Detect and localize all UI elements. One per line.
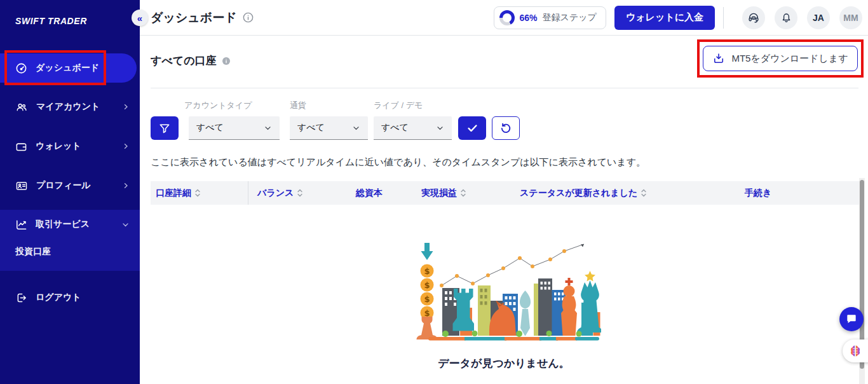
- info-icon[interactable]: [221, 56, 231, 66]
- info-icon[interactable]: [242, 11, 254, 24]
- sidebar-item-logout[interactable]: ログアウト: [0, 283, 140, 312]
- empty-state: $ $ $ $: [140, 240, 868, 371]
- svg-text:$: $: [424, 280, 430, 290]
- section-title: すべての口座: [151, 53, 217, 68]
- column-label: 口座詳細: [156, 188, 191, 199]
- filter-label-currency: 通貨: [290, 100, 306, 111]
- sidebar-item-label: ウォレット: [36, 141, 81, 152]
- realtime-note: ここに表示されている値はすべてリアルタイムに近い値であり、そのタイムスタンプは以…: [151, 156, 646, 168]
- page-title: ダッシュボード: [151, 10, 237, 26]
- sidebar-item-investment-account[interactable]: 投資口座: [0, 239, 140, 264]
- account-type-select[interactable]: すべて: [189, 116, 280, 140]
- language-badge: JA: [813, 13, 824, 23]
- reset-filters-button[interactable]: [492, 116, 520, 140]
- brand-logo: SWIFT TRADER: [15, 16, 87, 26]
- column-label: 手続き: [745, 188, 771, 199]
- column-header-realized-pnl[interactable]: 実現損益: [421, 181, 466, 205]
- chevron-right-icon: [122, 182, 130, 189]
- chevron-down-icon: [352, 124, 360, 132]
- chevron-right-icon: [122, 103, 130, 111]
- sidebar-item-label: ログアウト: [36, 292, 81, 303]
- sidebar-item-label: マイアカウント: [36, 101, 100, 113]
- empty-state-illustration: $ $ $ $: [407, 240, 601, 352]
- sidebar-item-trading-services[interactable]: 取引サービス: [0, 210, 140, 239]
- topbar-right-group: 66% 登録ステップ ウォレットに入金 JA MM: [494, 6, 862, 30]
- sidebar-item-label: 投資口座: [15, 246, 51, 257]
- svg-text:$: $: [424, 266, 430, 276]
- chevron-right-icon: [122, 142, 130, 150]
- sidebar-item-wallet[interactable]: ウォレット: [0, 132, 140, 161]
- column-divider: [248, 181, 248, 205]
- column-header-account-details[interactable]: 口座詳細: [156, 181, 201, 205]
- apply-filters-button[interactable]: [458, 116, 486, 140]
- chevron-down-icon: [436, 124, 444, 132]
- avatar[interactable]: MM: [839, 6, 862, 29]
- sidebar-item-my-account[interactable]: マイアカウント: [0, 92, 140, 121]
- account-type-value: すべて: [196, 122, 224, 134]
- column-header-balance[interactable]: バランス: [257, 181, 303, 205]
- brain-icon: [848, 344, 862, 358]
- progress-percent: 66%: [520, 13, 538, 23]
- progress-donut: [499, 10, 515, 25]
- sidebar-collapse-button[interactable]: «: [132, 10, 148, 26]
- sidebar-item-profile[interactable]: プロフィール: [0, 171, 140, 200]
- logout-icon: [15, 292, 27, 304]
- notifications-button[interactable]: [775, 6, 797, 29]
- deposit-wallet-button[interactable]: ウォレットに入金: [614, 6, 715, 30]
- live-demo-value: すべて: [381, 122, 409, 134]
- main-content: すべての口座 MT5をダウンロードします アカウントタイプ 通貨 ライブ / デ…: [140, 36, 868, 384]
- filter-button[interactable]: [151, 116, 179, 140]
- sidebar-item-dashboard[interactable]: ダッシュボード: [0, 53, 137, 83]
- column-label: 実現損益: [421, 188, 457, 199]
- currency-select[interactable]: すべて: [290, 116, 368, 140]
- registration-progress[interactable]: 66% 登録ステップ: [494, 6, 606, 29]
- support-button[interactable]: [742, 6, 765, 29]
- topbar-divider: [723, 7, 724, 29]
- annotation-box-mt5: MT5をダウンロードします: [697, 39, 864, 78]
- funnel-icon: [158, 122, 171, 135]
- sort-icon: [194, 188, 201, 198]
- column-label: ステータスが更新されました: [520, 188, 637, 199]
- avatar-initials: MM: [843, 13, 858, 23]
- section-divider: [151, 88, 858, 88]
- chat-bubble-icon: [845, 313, 858, 326]
- mt5-download-label: MT5をダウンロードします: [731, 53, 848, 65]
- sort-icon: [460, 188, 466, 198]
- filter-label-live-demo: ライブ / デモ: [374, 100, 423, 111]
- sort-icon: [297, 188, 303, 198]
- svg-text:$: $: [424, 308, 430, 318]
- live-demo-select[interactable]: すべて: [374, 116, 452, 140]
- reset-rotate-icon: [499, 122, 512, 135]
- gauge-icon: [15, 62, 27, 74]
- column-header-status-updated[interactable]: ステータスが更新されました: [520, 181, 647, 205]
- language-button[interactable]: JA: [807, 6, 830, 29]
- assistant-widget-button[interactable]: [843, 339, 868, 362]
- download-icon: [712, 52, 725, 65]
- currency-value: すべて: [297, 122, 325, 134]
- sort-icon: [641, 188, 647, 198]
- users-icon: [15, 101, 28, 113]
- chat-widget-button[interactable]: [839, 307, 864, 331]
- sidebar-item-label: 取引サービス: [36, 219, 90, 230]
- sidebar-item-label: プロフィール: [36, 180, 91, 191]
- headset-icon: [747, 11, 760, 24]
- empty-state-message: データが見つかりません。: [438, 356, 570, 371]
- table-header: 口座詳細 バランス 総資本 実現損益 ステータスが更新されました 手続き: [151, 181, 859, 205]
- wallet-icon: [15, 141, 27, 153]
- column-header-total-capital: 総資本: [356, 181, 383, 205]
- sidebar: SWIFT TRADER ダッシュボード マイアカウント ウォレット プロフィー…: [0, 0, 140, 384]
- bell-icon: [780, 11, 792, 24]
- mt5-download-button[interactable]: MT5をダウンロードします: [703, 46, 858, 71]
- chevron-down-icon: [121, 221, 130, 229]
- id-card-icon: [15, 180, 28, 192]
- check-icon: [466, 122, 478, 134]
- column-label: バランス: [257, 188, 294, 199]
- sidebar-item-label: ダッシュボード: [36, 62, 99, 74]
- column-label: 総資本: [356, 188, 383, 199]
- chevron-down-icon: [264, 124, 272, 132]
- svg-text:$: $: [424, 294, 430, 304]
- column-header-actions: 手続き: [745, 181, 771, 205]
- section-title-row: すべての口座: [151, 53, 231, 68]
- progress-label: 登録ステップ: [543, 12, 597, 24]
- filter-label-account-type: アカウントタイプ: [184, 100, 252, 111]
